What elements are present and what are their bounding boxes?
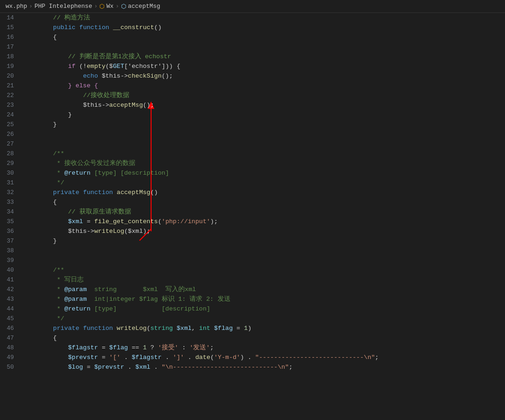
line-number: 25 [0,120,14,129]
line-number: 24 [0,110,14,120]
breadcrumb-plugin: PHP Intelephense [35,3,92,10]
line-number: 21 [0,81,14,91]
code-line[interactable]: if (!empty($GET['echostr'])) { [23,61,505,71]
line-number: 26 [0,129,14,139]
code-line[interactable]: private function writeLog(string $xml, i… [23,323,505,333]
code-line[interactable]: //接收处理数据 [23,91,505,100]
line-number: 18 [0,52,14,61]
line-number: 14 [0,13,14,23]
line-number: 19 [0,61,14,71]
line-number: 41 [0,275,14,285]
line-number: 32 [0,188,14,197]
line-number: 44 [0,304,14,314]
breadcrumb-file[interactable]: wx.php [6,3,27,10]
line-number: 28 [0,149,14,158]
line-number: 16 [0,32,14,42]
code-line[interactable]: private function acceptMsg() [23,188,505,197]
code-line[interactable]: { [23,32,505,42]
line-number: 34 [0,207,14,217]
code-line[interactable] [23,139,505,149]
line-number: 20 [0,71,14,81]
code-line[interactable]: } [23,236,505,246]
code-line[interactable]: { [23,333,505,343]
line-number: 43 [0,294,14,304]
breadcrumb-icon-wx: ⬡ [99,3,104,10]
code-line[interactable] [23,246,505,256]
code-line[interactable]: public function __construct() [23,23,505,32]
line-number: 27 [0,139,14,149]
code-line[interactable] [23,42,505,52]
breadcrumb-sep-3: › [116,3,119,10]
line-number: 50 [0,362,14,372]
line-number: 29 [0,158,14,168]
code-line[interactable]: } [23,110,505,120]
code-line[interactable] [23,129,505,139]
line-number: 39 [0,256,14,265]
line-number: 45 [0,314,14,323]
code-line[interactable]: $this->acceptMsg(); [23,100,505,110]
line-number: 36 [0,226,14,236]
breadcrumb-bar: wx.php › PHP Intelephense › ⬡ Wx › ⬡ acc… [0,0,505,13]
code-line[interactable]: /** [23,265,505,275]
code-line[interactable]: $flagstr = $flag == 1 ? '接受' : '发送'; [23,343,505,353]
line-number: 37 [0,236,14,246]
code-line[interactable]: } else { [23,81,505,91]
line-number: 22 [0,91,14,100]
code-line[interactable]: { [23,197,505,207]
code-line[interactable]: */ [23,178,505,188]
line-number: 38 [0,246,14,256]
line-number: 15 [0,23,14,32]
line-number: 31 [0,178,14,188]
code-line[interactable]: * 接收公众号发过来的数据 [23,158,505,168]
code-line[interactable]: $prevstr = '[' . $flagstr . ']' . date('… [23,353,505,362]
code-line[interactable]: * @param string $xml 写入的xml [23,285,505,294]
code-line[interactable]: */ [23,314,505,323]
line-number: 42 [0,285,14,294]
breadcrumb-method[interactable]: acceptMsg [128,3,160,10]
code-line[interactable]: * @param int|integer $flag 标识 1: 请求 2: 发… [23,294,505,304]
code-line[interactable]: $log = $prevstr . $xml . "\n------------… [23,362,505,372]
code-line[interactable]: * @return [type] [description] [23,304,505,314]
code-line[interactable]: * @return [type] [description] [23,168,505,178]
code-line[interactable]: $this->writeLog($xml); [23,226,505,236]
code-line[interactable]: echo $this->checkSign(); [23,71,505,81]
code-line[interactable]: * 写日志 [23,275,505,285]
breadcrumb-class[interactable]: Wx [106,3,114,10]
line-numbers: 1415161718192021222324252627282930313233… [0,13,19,420]
code-line[interactable]: // 判断是否是第1次接入 echostr [23,52,505,61]
code-line[interactable]: /** [23,149,505,158]
line-number: 33 [0,197,14,207]
breadcrumb-icon-method: ⬡ [121,3,126,10]
breadcrumb-sep-2: › [94,3,97,10]
line-number: 46 [0,323,14,333]
line-number: 47 [0,333,14,343]
code-line[interactable]: $xml = file_get_contents('php://input'); [23,217,505,226]
line-number: 17 [0,42,14,52]
code-line[interactable]: // 构造方法 [23,13,505,23]
code-line[interactable]: // 获取原生请求数据 [23,207,505,217]
editor-area: 1415161718192021222324252627282930313233… [0,13,505,420]
line-number: 35 [0,217,14,226]
line-number: 30 [0,168,14,178]
breadcrumb-sep-1: › [29,3,33,10]
code-content[interactable]: // 构造方法 public function __construct() { … [19,13,505,420]
line-number: 40 [0,265,14,275]
code-line[interactable] [23,256,505,265]
line-number: 23 [0,100,14,110]
line-number: 48 [0,343,14,353]
code-line[interactable]: } [23,120,505,129]
line-number: 49 [0,353,14,362]
